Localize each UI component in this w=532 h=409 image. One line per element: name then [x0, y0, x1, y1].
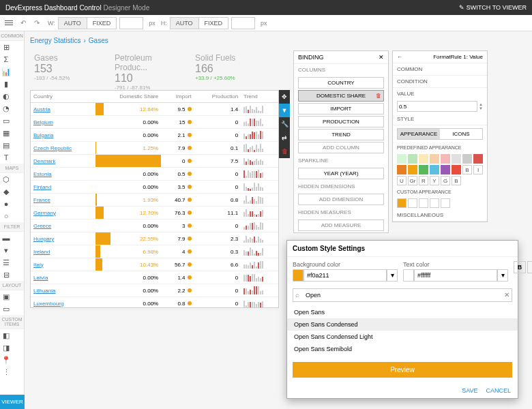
swatch[interactable] — [408, 154, 417, 164]
table-row[interactable]: Germany12.70%76.311.1 — [31, 207, 278, 219]
table-row[interactable]: Denmark100.00%07.5 — [31, 155, 278, 168]
cancel-button[interactable]: CANCEL — [486, 387, 511, 394]
column-pill[interactable]: IMPORT — [298, 103, 384, 115]
font-search-input[interactable] — [293, 288, 512, 302]
custom2-icon[interactable]: ◨ — [0, 342, 12, 354]
close-icon[interactable]: ✕ — [379, 54, 384, 61]
swatch[interactable] — [462, 154, 472, 164]
delete-col-icon[interactable]: 🗑 — [376, 93, 381, 99]
grid-icon[interactable]: ▦ — [0, 127, 12, 139]
table-row[interactable]: Latvia0.00%1.40 — [31, 271, 278, 284]
swatch[interactable] — [452, 165, 461, 175]
custom-swatch-2[interactable] — [408, 198, 417, 208]
text-icon[interactable]: T — [0, 151, 12, 164]
delete-icon[interactable]: 🗑 — [279, 145, 290, 158]
custom-swatch-5[interactable] — [441, 198, 450, 208]
add-measure-button[interactable]: ADD MEASURE — [298, 219, 384, 231]
value-input[interactable] — [397, 101, 477, 112]
table-row[interactable]: Italy10.43%56.76.6 — [31, 258, 278, 271]
chart-icon[interactable]: 📊 — [0, 65, 12, 78]
column-pill[interactable]: PRODUCTION — [298, 116, 384, 127]
font-option[interactable]: Open Sans Condensed — [287, 318, 518, 331]
width-input[interactable] — [119, 17, 143, 29]
crumb-root[interactable]: Energy Statistics — [30, 37, 80, 44]
pin-icon[interactable]: 📍 — [0, 354, 12, 366]
bg-color-input[interactable] — [304, 269, 387, 282]
filter-icon[interactable]: ▼ — [279, 104, 290, 117]
custom-swatch-3[interactable] — [419, 198, 428, 208]
font-option[interactable]: Open Sans — [287, 306, 518, 318]
map-icon[interactable]: ⬡ — [0, 173, 12, 185]
col-production[interactable]: Production — [194, 91, 241, 103]
range-icon[interactable]: ▬ — [0, 232, 12, 244]
bg-dropdown[interactable]: ▾ — [387, 269, 398, 282]
table-row[interactable]: Belgium0.00%150 — [31, 116, 278, 129]
style-letter[interactable]: Y — [430, 176, 439, 185]
treemap-icon[interactable]: ▤ — [0, 139, 12, 151]
pie-icon[interactable]: ◔ — [0, 102, 12, 115]
redo-button[interactable]: ↷ — [31, 19, 42, 27]
height-input[interactable] — [231, 17, 255, 29]
table-row[interactable]: Luxembourg0.00%0.80 — [31, 297, 278, 310]
table-row[interactable]: Estonia0.00%0.50 — [31, 168, 278, 181]
col-domestic-share[interactable]: Domestic Share — [95, 91, 161, 103]
table-row[interactable]: Finland0.00%3.50 — [31, 181, 278, 194]
data-grid[interactable]: Country Domestic Share Import Production… — [30, 90, 279, 308]
bubble-icon[interactable]: ● — [0, 198, 12, 210]
geo-icon[interactable]: ◆ — [0, 185, 12, 198]
swatch[interactable] — [397, 154, 407, 164]
settings-icon[interactable]: 🔧 — [279, 117, 290, 131]
text-color-input[interactable] — [414, 269, 497, 282]
font-option[interactable]: Open Sans Condensed Light — [287, 331, 518, 343]
switch-to-viewer-button[interactable]: ✎ SWITCH TO VIEWER — [459, 4, 527, 11]
menu-icon[interactable] — [3, 19, 15, 27]
column-pill[interactable]: COUNTRY — [298, 77, 384, 89]
kpi-card[interactable]: Gases153-183 / -54.52% — [30, 49, 105, 86]
swatch[interactable] — [397, 165, 407, 175]
table-row[interactable]: Ireland6.98%40.3 — [31, 245, 278, 258]
style-letter[interactable]: I — [473, 165, 483, 175]
back-icon[interactable]: ← — [397, 54, 402, 60]
appearance-tab[interactable]: APPEARANCE — [398, 129, 440, 139]
font-option[interactable]: Open Sans Semibold — [287, 343, 518, 355]
swatch[interactable] — [441, 154, 450, 164]
kpi-card[interactable]: Petroleum Produc...110-791 / -87.81% — [110, 49, 186, 86]
tx-dropdown[interactable]: ▾ — [497, 269, 508, 282]
bar-icon[interactable]: ▮ — [0, 78, 12, 90]
style-letter[interactable]: B — [462, 165, 472, 175]
common-section[interactable]: COMMON — [393, 63, 487, 76]
width-mode-segment[interactable]: AUTOFIXED — [58, 17, 117, 29]
swatch[interactable] — [419, 154, 428, 164]
crumb-current[interactable]: Gases — [89, 37, 108, 44]
misc-section[interactable]: MISCELLANEOUS — [393, 209, 487, 222]
style-letter[interactable]: B — [452, 176, 461, 185]
style-letter[interactable]: G — [441, 176, 450, 185]
clear-icon[interactable]: ✕ — [504, 291, 509, 299]
column-pill[interactable]: DOMESTIC SHARE🗑 — [298, 90, 384, 102]
swatch[interactable] — [473, 154, 483, 164]
table-row[interactable]: Greece0.00%30 — [31, 219, 278, 232]
height-mode-segment[interactable]: AUTOFIXED — [170, 17, 228, 29]
swatch[interactable] — [430, 165, 439, 175]
preview-button[interactable]: Preview — [293, 362, 512, 378]
more-icon[interactable]: ⋮ — [0, 366, 12, 378]
combo-icon[interactable]: ▾ — [0, 244, 12, 256]
swatch[interactable] — [430, 154, 439, 164]
table-row[interactable]: Bulgaria0.00%2.10 — [31, 129, 278, 142]
tab-icon[interactable]: ▭ — [0, 303, 12, 315]
undo-button[interactable]: ↶ — [18, 19, 29, 27]
swatch[interactable] — [452, 154, 461, 164]
bg-swatch[interactable] — [293, 269, 304, 282]
convert-icon[interactable]: ⇄ — [279, 131, 290, 145]
col-import[interactable]: Import — [161, 91, 194, 103]
pivot-icon[interactable]: ⊞ — [0, 41, 12, 53]
card-icon[interactable]: ▭ — [0, 115, 12, 127]
table-row[interactable]: France1.93%40.70.8 — [31, 194, 278, 207]
sigma-icon[interactable]: Σ — [0, 53, 12, 65]
column-pill[interactable]: TREND — [298, 129, 384, 140]
kpi-card[interactable]: Solid Fuels166+33.9 / +25.60% — [191, 49, 266, 86]
italic-button[interactable]: I — [527, 261, 532, 273]
save-button[interactable]: SAVE — [462, 387, 477, 394]
style-letter[interactable]: R — [419, 176, 428, 185]
viewer-button[interactable]: VIEWER — [0, 395, 25, 409]
